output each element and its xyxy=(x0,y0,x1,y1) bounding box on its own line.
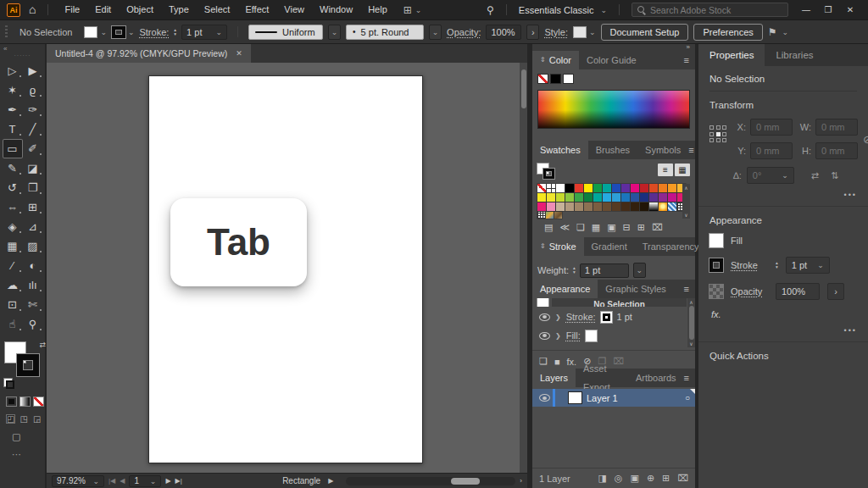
paintbrush-tool[interactable]: ✐ xyxy=(23,139,43,158)
pencil-tool[interactable]: ✎ xyxy=(3,158,23,178)
swatch[interactable] xyxy=(649,184,658,192)
isolate-icon[interactable]: ▣ xyxy=(630,473,638,484)
fill-stroke-proxy[interactable]: ⇄ xyxy=(5,342,46,385)
appearance-scrollbar[interactable]: ∧ ∨ xyxy=(687,298,695,347)
opacity-field[interactable]: 100% xyxy=(776,283,820,300)
constrain-proportions-icon[interactable]: ⊘ xyxy=(863,119,868,159)
collapse-panels-icon[interactable]: » xyxy=(532,44,695,51)
x-field[interactable]: 0 mm xyxy=(750,119,793,136)
symbol-sprayer-tool[interactable]: ☁ xyxy=(3,275,23,295)
tab-transparency[interactable]: Transparency xyxy=(635,237,707,256)
swatch[interactable] xyxy=(584,202,593,211)
eraser-tool[interactable]: ◪ xyxy=(23,158,43,178)
swatch[interactable] xyxy=(537,184,546,192)
tab-libraries[interactable]: Libraries xyxy=(765,44,824,66)
opacity-expand-button[interactable]: › xyxy=(526,25,539,40)
artboard[interactable]: Tab xyxy=(148,75,423,463)
width-tool[interactable]: ⇔ xyxy=(3,197,23,217)
line-segment-tool[interactable]: ╱ xyxy=(23,119,43,139)
scroll-up-icon[interactable]: ∧ xyxy=(689,299,693,305)
delete-layer-icon[interactable]: ⌧ xyxy=(677,473,688,484)
magic-wand-tool[interactable]: ✶ xyxy=(3,80,23,100)
panel-menu-icon[interactable]: ≡ xyxy=(684,280,695,298)
swatch[interactable] xyxy=(547,193,555,202)
swatch[interactable] xyxy=(593,193,602,202)
eyedropper-tool[interactable]: ∕ xyxy=(3,256,23,275)
first-artboard-button[interactable]: |◀ xyxy=(108,477,115,485)
tab-color[interactable]: ⇕ Color xyxy=(532,51,579,69)
direct-selection-tool[interactable]: ▶ xyxy=(23,61,43,80)
flip-horizontal-icon[interactable]: ⇄ xyxy=(811,170,819,181)
swatch[interactable] xyxy=(603,202,611,211)
style-dropdown[interactable]: ⌄ xyxy=(573,26,596,38)
add-stroke-icon[interactable]: ❏ xyxy=(539,356,548,367)
color-spectrum[interactable] xyxy=(537,90,690,129)
fill-label[interactable]: Fill xyxy=(731,236,768,246)
y-field[interactable]: 0 mm xyxy=(750,142,793,159)
layer-thumbnail[interactable] xyxy=(569,392,581,403)
w-field[interactable]: 0 mm xyxy=(815,119,858,136)
swap-fill-stroke-icon[interactable]: ⇄ xyxy=(39,341,46,349)
swatch[interactable] xyxy=(659,184,667,192)
swatch[interactable] xyxy=(631,193,639,202)
swatch-options-icon[interactable]: ▣ xyxy=(607,222,615,233)
chevron-down-icon[interactable]: ⌄ xyxy=(415,6,422,14)
visibility-eye-icon[interactable] xyxy=(539,332,550,340)
drag-grip[interactable] xyxy=(5,25,8,39)
swatch[interactable] xyxy=(649,202,658,211)
layer-visibility-eye-icon[interactable] xyxy=(539,394,550,402)
edit-toolbar-icon[interactable]: ⋯ xyxy=(12,449,45,460)
swatch[interactable] xyxy=(649,193,658,202)
status-arrow-icon[interactable]: ▶ xyxy=(328,477,333,485)
swatch[interactable] xyxy=(621,202,630,211)
opacity-swatch[interactable] xyxy=(709,285,723,298)
stroke-width-stepper[interactable]: ▴ ▾ xyxy=(174,28,176,36)
column-graph-tool[interactable]: ılı xyxy=(23,275,43,295)
restore-button[interactable]: ❐ xyxy=(817,0,839,19)
stock-search-box[interactable] xyxy=(632,3,788,17)
swatch[interactable] xyxy=(631,184,639,192)
effects-fx-button[interactable]: fx. xyxy=(711,309,857,319)
list-view-icon[interactable]: ≡ xyxy=(658,164,673,176)
menu-item[interactable]: Edit xyxy=(87,0,119,19)
style-panel-link[interactable]: Style: xyxy=(544,27,568,37)
swatch[interactable] xyxy=(556,193,565,202)
illustrator-logo[interactable]: Ai xyxy=(7,3,20,17)
tab-asset-export[interactable]: Asset Export xyxy=(576,369,628,387)
swatch[interactable] xyxy=(631,202,639,211)
scroll-up-icon[interactable]: ∧ xyxy=(684,185,687,191)
search-input[interactable] xyxy=(650,5,769,15)
swatch[interactable] xyxy=(621,184,630,192)
stroke-profile-chevron[interactable]: ⌄ xyxy=(328,25,341,40)
swatch[interactable] xyxy=(575,193,583,202)
swatch[interactable] xyxy=(659,193,667,202)
toolbar-collapse-icon[interactable]: « xyxy=(0,44,45,53)
scrollbar-thumb[interactable] xyxy=(689,306,694,340)
scale-tool[interactable]: ❐ xyxy=(23,178,43,197)
swatch[interactable] xyxy=(593,202,602,211)
opacity-expand-button[interactable]: › xyxy=(827,283,844,300)
swatch[interactable] xyxy=(640,202,648,211)
lasso-tool[interactable]: ϱ xyxy=(23,80,43,100)
swatch[interactable] xyxy=(537,202,546,211)
screen-mode-icon[interactable]: ▢ xyxy=(12,431,45,442)
new-color-group-icon[interactable]: ⊟ xyxy=(623,222,631,233)
tab-brushes[interactable]: Brushes xyxy=(588,141,637,159)
grid-view-icon[interactable]: ▦ xyxy=(675,164,690,176)
scroll-right-arrow[interactable]: › xyxy=(520,477,522,485)
menu-item[interactable]: View xyxy=(276,0,312,19)
fill-row-swatch[interactable] xyxy=(586,330,597,341)
tab-gradient[interactable]: Gradient xyxy=(584,237,635,256)
fill-swatch[interactable] xyxy=(709,234,723,247)
chevron-down-icon[interactable]: ⌄ xyxy=(600,6,607,14)
tab-artboards[interactable]: Artboards xyxy=(628,369,684,387)
none-mode-button[interactable] xyxy=(33,396,44,407)
tab-swatches[interactable]: Swatches xyxy=(532,141,588,159)
angle-dropdown[interactable]: 0° ⌄ xyxy=(747,167,794,184)
stroke-row-label[interactable]: Stroke: xyxy=(566,312,596,322)
panel-menu-icon[interactable]: ≡ xyxy=(684,51,695,69)
gradient-tool[interactable]: ▨ xyxy=(23,236,43,256)
delete-swatch-icon[interactable]: ⌧ xyxy=(652,222,663,233)
tab-stroke[interactable]: ⇕ Stroke xyxy=(532,237,584,256)
tab-appearance[interactable]: Appearance xyxy=(532,280,598,298)
